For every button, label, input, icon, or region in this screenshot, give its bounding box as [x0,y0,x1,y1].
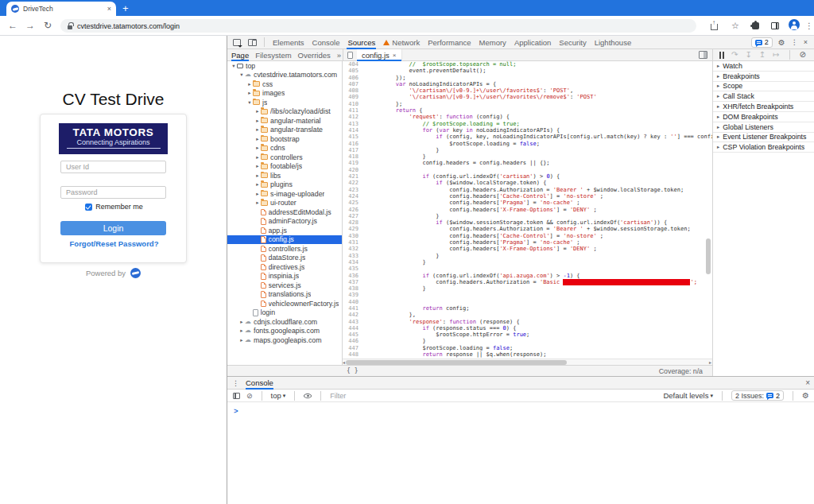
expander-icon[interactable]: ▸ [254,154,261,161]
sidebar-section-csp-violation-breakpoints[interactable]: ▸CSP Violation Breakpoints [713,142,814,153]
tree-item-login[interactable]: login [227,308,342,318]
forgot-password-link[interactable]: Forgot/Reset Password? [41,239,188,248]
login-button[interactable]: Login [60,221,166,235]
tree-item-addresseditmodal-js[interactable]: addressEditModal.js [227,207,342,217]
extensions-button[interactable] [752,19,759,33]
sidebar-section-call-stack[interactable]: ▸Call Stack [713,91,814,102]
line-number[interactable]: 404 [343,61,362,68]
devtools-tab-console[interactable]: Console [308,36,344,49]
issues-button[interactable]: 2 [751,37,773,48]
tree-item-top[interactable]: ▾top [227,61,342,71]
line-number[interactable]: 416 [343,141,362,147]
console-filter-input[interactable] [330,392,529,400]
expander-icon[interactable]: ▸ [254,181,261,188]
sidebar-section-dom-breakpoints[interactable]: ▸DOM Breakpoints [713,112,814,122]
tab-close-icon[interactable]: × [107,6,111,13]
navigator-toggle-icon[interactable] [347,52,353,59]
tree-item-libs[interactable]: ▸libs [227,171,342,180]
editor-vertical-scrollbar[interactable] [706,61,711,359]
tree-item-controllers-js[interactable]: controllers.js [227,244,342,254]
drawer-menu-icon[interactable]: ⋮ [232,379,239,387]
expander-icon[interactable]: ▸ [254,126,261,133]
tree-item-js[interactable]: ▾js [227,98,342,107]
line-number[interactable]: 439 [343,292,362,298]
line-number[interactable]: 441 [343,305,362,312]
user-id-field[interactable] [60,161,166,173]
tree-item-angular-translate[interactable]: ▸angular-translate [227,126,342,135]
log-levels-selector[interactable]: Default levels ▾ [663,391,713,400]
tree-item-images[interactable]: ▸images [227,89,342,99]
line-number[interactable]: 435 [343,266,362,272]
editor-horizontal-scrollbar[interactable]: ◂ ▸ [343,359,712,365]
tree-item-translations-js[interactable]: translations.js [227,290,342,300]
tree-item-datastore-js[interactable]: dataStore.js [227,254,342,263]
pretty-print-icon[interactable]: { } [347,367,358,374]
clear-console-icon[interactable]: ⊘ [246,392,253,400]
expander-icon[interactable]: ▸ [246,90,253,96]
console-sidebar-icon[interactable] [233,393,240,399]
code-editor[interactable]: 404 // $rootScope.topsearch = null;405 e… [343,61,712,359]
expander-icon[interactable]: ▸ [254,163,261,169]
expander-icon[interactable]: ▸ [254,108,261,114]
line-number[interactable]: 444 [343,325,362,331]
remember-me[interactable]: Remember me [41,203,188,211]
tree-item-inspinia-js[interactable]: inspinia.js [227,272,342,281]
live-expression-icon[interactable] [304,394,312,398]
line-number[interactable]: 421 [343,173,362,180]
line-number[interactable]: 446 [343,338,362,344]
remember-checkbox[interactable] [85,204,92,211]
devtools-close-icon[interactable]: × [804,38,808,46]
expander-icon[interactable]: ▾ [231,63,237,69]
expander-icon[interactable]: ▸ [238,319,245,325]
devtools-menu-icon[interactable]: ⋮ [791,38,798,46]
address-bar[interactable]: cvtestdrive.tatamotors.com/login [60,19,696,33]
settings-gear-icon[interactable]: ⚙ [778,38,785,47]
expander-icon[interactable]: ▾ [238,72,245,78]
line-number[interactable]: 433 [343,253,362,259]
devtools-tab-security[interactable]: Security [555,36,590,49]
step-out-icon[interactable]: ↥ [759,51,766,59]
devtools-tab-memory[interactable]: Memory [475,36,510,49]
line-number[interactable]: 410 [343,101,362,107]
forward-icon[interactable]: → [25,19,35,32]
reload-icon[interactable]: ↻ [44,19,52,32]
line-number[interactable]: 445 [343,331,362,338]
line-number[interactable]: 426 [343,207,362,213]
tree-item-vehicleownerfactory-js[interactable]: vehicleownerFactory.js [227,299,342,308]
expander-icon[interactable]: ▸ [238,337,245,343]
line-number[interactable]: 443 [343,319,362,325]
tree-item-bootstrap[interactable]: ▸bootstrap [227,134,342,144]
new-tab-button[interactable]: + [122,2,129,15]
side-panel-button[interactable] [771,19,779,33]
tree-item-cdnjs-cloudflare-com[interactable]: ▸☁cdnjs.cloudflare.com [227,317,342,327]
console-tab[interactable]: Console [246,377,273,390]
pause-script-icon[interactable] [719,52,724,59]
tree-item-cdns[interactable]: ▸cdns [227,144,342,153]
sidebar-section-scope[interactable]: ▸Scope [713,82,814,92]
inspect-element-icon[interactable] [233,39,241,46]
line-number[interactable]: 431 [343,239,362,246]
context-selector[interactable]: top ▾ [271,391,286,400]
share-button[interactable] [711,19,718,33]
line-number[interactable]: 434 [343,259,362,266]
tree-item-services-js[interactable]: services.js [227,281,342,290]
tree-item-angular-material[interactable]: ▸angular-material [227,116,342,126]
line-number[interactable]: 420 [343,167,362,173]
expander-icon[interactable]: ▸ [246,81,253,87]
line-number[interactable]: 406 [343,75,362,81]
devtools-tab-network[interactable]: Network [379,36,424,49]
expander-icon[interactable]: ▸ [254,118,261,124]
tree-item-footable-js[interactable]: ▸footable/js [227,162,342,172]
tree-item-plugins[interactable]: ▸plugins [227,180,342,190]
tree-item-cvtestdrive-tatamotors-com[interactable]: ▾☁cvtestdrive.tatamotors.com [227,71,342,80]
line-number[interactable]: 425 [343,200,362,206]
line-number[interactable]: 440 [343,299,362,305]
devtools-tab-lighthouse[interactable]: Lighthouse [591,36,635,49]
line-number[interactable]: 408 [343,87,362,94]
tree-item-config-js[interactable]: config.js [227,235,342,245]
line-number[interactable]: 418 [343,153,362,160]
password-field[interactable] [60,186,166,199]
tree-item--libs-oclazyload-dist[interactable]: ▸/libs/oclazyload/dist [227,107,342,117]
expander-icon[interactable]: ▸ [238,328,245,334]
deactivate-breakpoints-icon[interactable]: ⊘ [800,51,806,59]
